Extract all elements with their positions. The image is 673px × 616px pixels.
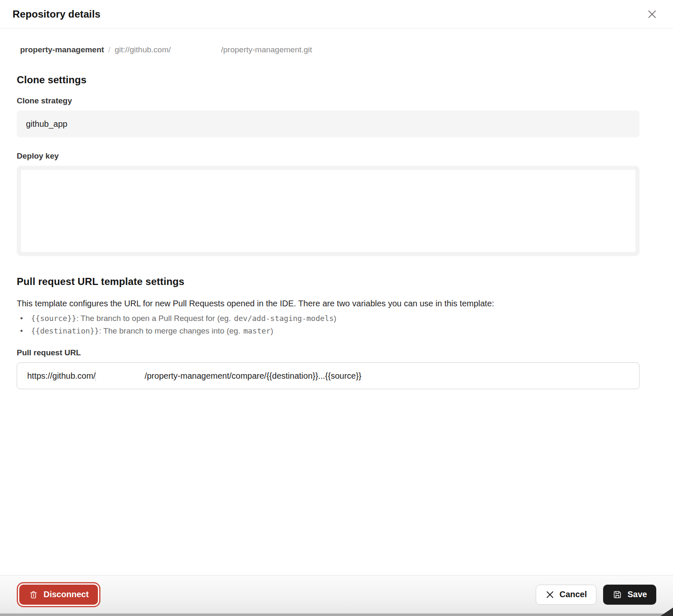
clone-settings-heading: Clone settings (17, 74, 640, 86)
modal-footer: Disconnect Cancel Save (0, 575, 673, 613)
source-variable-example: dev/add-staging-models (234, 314, 334, 323)
close-icon (647, 9, 658, 20)
cancel-button[interactable]: Cancel (536, 585, 597, 605)
cancel-label: Cancel (560, 590, 587, 599)
background-strip (0, 613, 673, 616)
clone-strategy-field: github_app (17, 110, 640, 137)
disconnect-label: Disconnect (44, 590, 89, 599)
destination-variable-close: ) (270, 326, 273, 335)
disconnect-button[interactable]: Disconnect (19, 585, 98, 605)
source-variable-code: {{source}} (31, 314, 76, 323)
save-icon (612, 590, 622, 600)
footer-actions: Cancel Save (536, 585, 656, 605)
breadcrumb: property-management/git://github.com//pr… (20, 44, 640, 55)
repo-url-suffix: /property-management.git (221, 45, 312, 54)
pr-url-prefix: https://github.com/ (27, 371, 95, 381)
destination-variable-example: master (243, 326, 270, 335)
clone-strategy-value: github_app (26, 119, 67, 129)
list-item: {{source}}: The branch to open a Pull Re… (17, 312, 640, 325)
trash-icon (28, 590, 39, 600)
repo-url-prefix: git://github.com/ (115, 45, 171, 54)
page-title: Repository details (13, 8, 100, 20)
pr-variable-list: {{source}}: The branch to open a Pull Re… (17, 312, 640, 337)
modal-header: Repository details (0, 0, 673, 28)
pr-url-input[interactable]: https://github.com//property-management/… (17, 362, 640, 389)
x-icon (545, 590, 555, 599)
close-button[interactable] (645, 7, 660, 22)
pr-template-heading: Pull request URL template settings (17, 275, 640, 288)
source-variable-close: ) (334, 314, 336, 323)
deploy-key-label: Deploy key (17, 151, 640, 162)
deploy-key-textarea[interactable] (21, 170, 635, 252)
text-caret (95, 370, 96, 382)
pr-url-label: Pull request URL (17, 347, 640, 358)
pr-url-suffix: /property-management/compare/{{destinati… (144, 371, 361, 381)
save-label: Save (627, 590, 647, 599)
breadcrumb-separator: / (108, 45, 110, 54)
list-item: {{destination}}: The branch to merge cha… (17, 325, 640, 337)
save-button[interactable]: Save (603, 585, 656, 605)
destination-variable-desc: : The branch to merge changes into (eg. (99, 326, 241, 335)
pr-template-description: This template configures the URL for new… (17, 298, 640, 309)
background-corner (660, 608, 673, 616)
repo-name: property-management (20, 45, 104, 54)
modal-body: property-management/git://github.com//pr… (0, 44, 673, 389)
clone-strategy-label: Clone strategy (17, 95, 640, 106)
destination-variable-code: {{destination}} (31, 326, 99, 335)
deploy-key-frame (17, 166, 640, 256)
source-variable-desc: : The branch to open a Pull Request for … (76, 314, 231, 323)
